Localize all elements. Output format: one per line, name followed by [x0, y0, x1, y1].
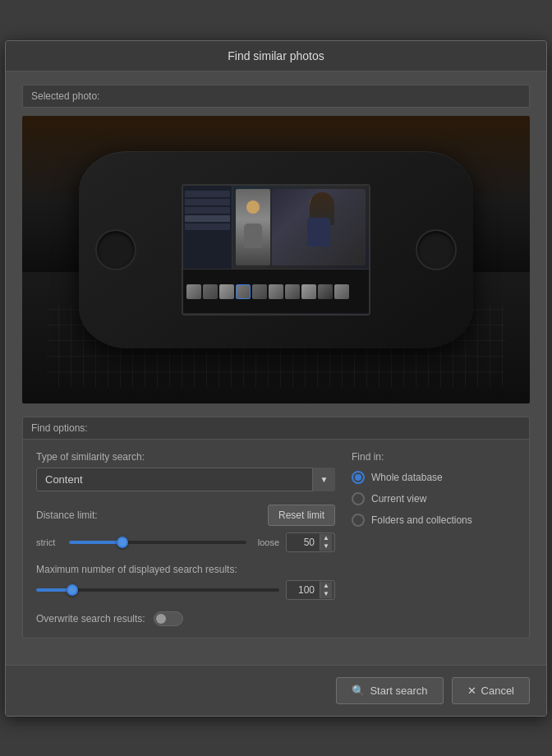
thumb-1: [186, 284, 201, 299]
right-photo: [272, 189, 366, 265]
dialog-footer: 🔍 Start search ✕ Cancel: [6, 665, 546, 716]
distance-spinners: ▲ ▼: [320, 534, 332, 551]
max-results-row: Maximum number of displayed search resul…: [36, 564, 335, 600]
radio-label-folders-collections: Folders and collections: [371, 514, 472, 526]
selected-photo-label: Selected photo:: [31, 90, 99, 102]
max-results-spinners: ▲ ▼: [320, 582, 332, 598]
distance-spin-down[interactable]: ▼: [320, 542, 332, 551]
similarity-type-label: Type of similarity search:: [36, 451, 335, 463]
find-similar-dialog: Find similar photos Selected photo:: [5, 40, 547, 717]
start-search-label: Start search: [370, 685, 427, 697]
overwrite-label: Overwrite search results:: [36, 613, 145, 625]
radio-outer-whole-database: [352, 471, 365, 484]
screen-top-area: [183, 186, 369, 269]
max-results-label: Maximum number of displayed search resul…: [36, 564, 335, 575]
selected-photo-bar: Selected photo:: [22, 85, 530, 108]
sidebar-item-2: [185, 199, 230, 205]
distance-slider-thumb[interactable]: [117, 537, 128, 548]
cancel-label: Cancel: [481, 685, 514, 697]
find-options-label: Find options:: [31, 422, 88, 434]
thumb-3: [219, 284, 234, 299]
steam-deck-device: [79, 151, 473, 348]
radio-folders-collections[interactable]: Folders and collections: [352, 514, 516, 527]
find-in-radio-group: Whole database Current view Folders and …: [352, 471, 516, 527]
start-search-button[interactable]: 🔍 Start search: [336, 677, 443, 704]
thumb-6: [269, 284, 283, 299]
radio-inner-whole-database: [355, 474, 361, 481]
distance-slider-track[interactable]: [69, 541, 246, 544]
screen-main-photos: [232, 186, 369, 269]
radio-whole-database[interactable]: Whole database: [352, 471, 516, 484]
strict-label: strict: [36, 537, 62, 547]
thumb-7: [285, 284, 300, 299]
thumb-9: [318, 284, 333, 299]
options-right: Find in: Whole database Current: [352, 451, 516, 527]
radio-outer-folders-collections: [352, 514, 365, 527]
find-options-bar: Find options:: [22, 417, 530, 440]
close-icon: ✕: [467, 685, 476, 697]
thumb-8: [301, 284, 316, 299]
distance-value-input-wrapper: ▲ ▼: [286, 532, 335, 552]
sidebar-item-1: [185, 191, 230, 197]
max-results-thumb[interactable]: [67, 584, 78, 596]
sidebar-item-3: [185, 207, 230, 214]
steam-deck-screen: [182, 184, 370, 316]
toggle-knob: [156, 614, 166, 624]
reset-limit-button[interactable]: Reset limit: [268, 505, 335, 526]
max-results-slider-row: ▲ ▼: [36, 580, 335, 600]
find-in-label: Find in:: [352, 451, 516, 463]
max-results-slider-track[interactable]: [36, 588, 279, 592]
sidebar-item-5: [185, 224, 230, 230]
max-results-spin-up[interactable]: ▲: [320, 582, 332, 590]
similarity-type-select-wrapper: Content Face Color Style ▼: [36, 468, 335, 491]
loose-label: loose: [253, 537, 279, 547]
max-results-spin-down[interactable]: ▼: [320, 590, 332, 598]
distance-spin-up[interactable]: ▲: [320, 534, 332, 542]
similarity-type-select[interactable]: Content Face Color Style: [36, 468, 335, 491]
search-icon: 🔍: [352, 685, 365, 697]
left-joystick: [95, 229, 136, 270]
body-right: [307, 218, 330, 247]
body-left: [244, 224, 262, 248]
photo-preview: [22, 116, 530, 403]
dialog-title-bar: Find similar photos: [6, 41, 546, 71]
cancel-button[interactable]: ✕ Cancel: [452, 677, 530, 704]
options-row: Type of similarity search: Content Face …: [36, 451, 516, 626]
overwrite-row: Overwrite search results:: [36, 611, 335, 626]
screen-filmstrip: [183, 269, 369, 314]
sidebar-item-4: [185, 215, 230, 222]
screen-sidebar: [183, 186, 232, 269]
distance-value-input[interactable]: [287, 533, 320, 551]
distance-slider-fill: [69, 541, 122, 544]
distance-limit-label: Distance limit:: [36, 509, 98, 521]
left-photo: [236, 189, 270, 265]
radio-outer-current-view: [352, 492, 365, 505]
distance-slider-row: strict loose ▲ ▼: [36, 532, 335, 552]
options-left: Type of similarity search: Content Face …: [36, 451, 335, 626]
max-results-input-wrapper: ▲ ▼: [286, 580, 335, 600]
radio-label-current-view: Current view: [371, 493, 426, 505]
dialog-title: Find similar photos: [228, 49, 324, 62]
thumb-5: [252, 284, 267, 299]
screen-content: [183, 186, 369, 314]
find-options-body: Type of similarity search: Content Face …: [22, 440, 530, 638]
thumb-4-selected: [236, 284, 251, 299]
distance-limit-row: Distance limit: Reset limit: [36, 505, 335, 526]
radio-label-whole-database: Whole database: [371, 472, 443, 483]
right-joystick: [416, 229, 457, 270]
face-circle-left: [246, 201, 260, 214]
radio-current-view[interactable]: Current view: [352, 492, 516, 505]
thumb-10: [334, 284, 349, 299]
dialog-body: Selected photo:: [6, 71, 546, 665]
overwrite-toggle[interactable]: [154, 611, 183, 626]
thumb-2: [203, 284, 218, 299]
max-results-input[interactable]: [287, 581, 320, 599]
